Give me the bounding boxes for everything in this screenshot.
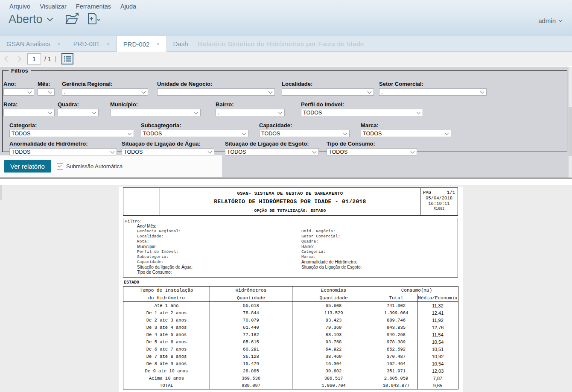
auto-submit-option[interactable]: Submissão Automática: [57, 163, 123, 170]
tab-label: PRD-001: [73, 40, 100, 47]
close-icon[interactable]: ×: [57, 41, 61, 47]
label-situacao-agua: Situação de Ligação de Água:: [122, 140, 214, 147]
chevron-down-icon: [111, 149, 115, 153]
column-header: do Hidrômetro: [123, 294, 210, 302]
auto-submit-checkbox[interactable]: [57, 163, 63, 170]
menu-ajuda[interactable]: Ajuda: [120, 3, 136, 10]
report-table-row: De 8 ate 9 anos15.47916.304162.46410,54: [123, 360, 458, 367]
menu-arquivo[interactable]: Arquivo: [9, 3, 30, 10]
tab-bar: GSAN Analises × PRD-001 × PRD-002 × Dash…: [0, 36, 572, 52]
chevron-down-icon: [343, 131, 347, 135]
report-table-cell: Acima 10 anos: [123, 374, 210, 382]
report-date: 05/04/2018: [423, 196, 455, 201]
open-dropdown[interactable]: Aberto: [9, 13, 52, 26]
filters-legend: Filtros: [9, 67, 31, 74]
select-bairro[interactable]: .: [216, 109, 285, 116]
select-categoria[interactable]: TODOS: [9, 130, 134, 137]
label-capacidade: Capacidade:: [259, 122, 350, 129]
column-header: Consumo(m3): [375, 287, 458, 294]
page-value: 1/1: [447, 190, 455, 195]
close-icon[interactable]: ×: [156, 41, 160, 47]
select-rota[interactable]: [3, 109, 55, 116]
menu-ferramentas[interactable]: Ferramentas: [76, 3, 111, 10]
page-total: / 1: [44, 56, 51, 62]
select-quadra[interactable]: [58, 109, 99, 116]
select-situacao-agua[interactable]: TODOS: [122, 148, 214, 155]
report-table-cell: 351.971: [375, 367, 417, 374]
report-table-row: De 5 ate 6 anos85.61593.768978.38910,54: [123, 338, 458, 345]
label-rota: Rota:: [3, 101, 55, 108]
column-header: Média/Economia: [417, 294, 458, 302]
select-mes[interactable]: [38, 88, 55, 96]
label-ano: Ano:: [3, 81, 34, 87]
tab-prd-002[interactable]: PRD-002 ×: [117, 36, 167, 52]
report-table-cell: 386.517: [292, 374, 375, 382]
select-anormalidade[interactable]: TODOS: [9, 148, 117, 155]
select-value: .: [381, 89, 382, 95]
report-table-cell: 79.369: [292, 324, 375, 331]
report-header-titles: GSAN- SISTEMA DE GESTÃO DE SANEAMENTO RE…: [160, 188, 420, 215]
select-capacidade[interactable]: TODOS: [259, 130, 350, 137]
report-table-header-row: Tempo de Instalação Hidrômetros Economia…: [123, 287, 458, 294]
tab-prd-001[interactable]: PRD-001 ×: [67, 36, 117, 51]
next-page-icon[interactable]: [15, 56, 21, 61]
select-unidade-negocio[interactable]: [157, 88, 275, 96]
user-menu[interactable]: admin: [538, 17, 562, 24]
select-gerencia-regional[interactable]: .: [62, 88, 148, 96]
chevron-down-icon: [417, 110, 421, 114]
report-table-cell: 70.079: [210, 316, 292, 324]
report-table-cell: 55.618: [210, 302, 292, 310]
select-municipio[interactable]: [110, 109, 201, 116]
label-situacao-esgoto: Situação de Ligação de Esgoto:: [225, 140, 319, 147]
select-ano[interactable]: [3, 88, 34, 96]
report-table-cell: 978.389: [375, 338, 417, 345]
chevron-down-icon: [208, 149, 212, 153]
chevron-down-icon: [28, 89, 32, 94]
report-table-row: De 3 ate 4 anos61.44079.369943.83512,76: [123, 324, 458, 331]
filters-scrollbar-thumb[interactable]: [569, 107, 572, 156]
report-title: RELATÓRIO DE HIDRÔMETROS POR IDADE - 01/…: [160, 199, 420, 205]
select-subcategoria[interactable]: TODOS: [141, 130, 248, 137]
tab-dash[interactable]: Dash: [167, 36, 195, 51]
report-table-row: Acima 10 anos369.536386.5172.605.0597,87: [123, 374, 458, 382]
menubar: Arquivo Visualizar Ferramentas Ajuda: [0, 0, 572, 10]
select-marca[interactable]: TODOS: [361, 130, 451, 137]
page-number-input[interactable]: [27, 53, 41, 64]
report-filter-right-column: Unid. Negócio:Setor Comercial:Quadra:Bai…: [301, 229, 362, 270]
select-situacao-esgoto[interactable]: TODOS: [225, 148, 319, 155]
report-filter-line: Marca:: [301, 255, 362, 260]
report-filter-line: Anormalidade de Hidrômetro:: [301, 260, 362, 265]
column-header: Hidrômetros: [210, 287, 292, 294]
report-table-cell: 60.291: [210, 345, 292, 353]
label-setor-comercial: Setor Comercial:: [379, 81, 487, 87]
report-logo-cell: [123, 188, 160, 215]
select-setor-comercial[interactable]: .: [379, 88, 487, 96]
report-table-cell: De 5 ate 6 anos: [123, 338, 210, 345]
new-document-icon[interactable]: [86, 12, 100, 26]
label-localidade: Localidade:: [282, 81, 374, 87]
menu-visualizar[interactable]: Visualizar: [40, 3, 67, 10]
report-table-cell: 78.844: [210, 309, 292, 316]
select-tipo-consumo[interactable]: TODOS: [327, 148, 417, 155]
parameters-list-button[interactable]: [61, 53, 73, 64]
report-table-cell: 61.440: [210, 324, 292, 331]
report-table-cell: 11,92: [417, 316, 458, 324]
report-table-cell: 1.060.704: [292, 382, 375, 389]
ver-relatorio-button[interactable]: Ver relatório: [4, 160, 51, 173]
report-company: GSAN- SISTEMA DE GESTÃO DE SANEAMENTO: [160, 191, 420, 196]
chevron-down-icon: [368, 89, 372, 94]
tab-gsan-analises[interactable]: GSAN Analises ×: [0, 36, 67, 51]
report-table-cell: 93.768: [292, 338, 375, 345]
report-filter-line: Quadra:: [301, 239, 362, 244]
select-value: TODOS: [12, 149, 30, 155]
previous-page-icon[interactable]: [4, 56, 10, 61]
select-perfil-imovel[interactable]: TODOS: [301, 109, 423, 116]
report-table-row: De 2 ate 3 anos70.07983.423889.74611,92: [123, 316, 458, 324]
open-folder-icon[interactable]: [65, 12, 79, 26]
close-icon[interactable]: ×: [106, 41, 110, 47]
report-header: GSAN- SISTEMA DE GESTÃO DE SANEAMENTO RE…: [123, 187, 458, 216]
filters-scrollbar-track[interactable]: [569, 67, 572, 178]
select-localidade[interactable]: [282, 88, 374, 96]
report-table-cell: 15.479: [210, 360, 292, 367]
label-anormalidade: Anormalidade de Hidrômetro:: [9, 140, 117, 147]
